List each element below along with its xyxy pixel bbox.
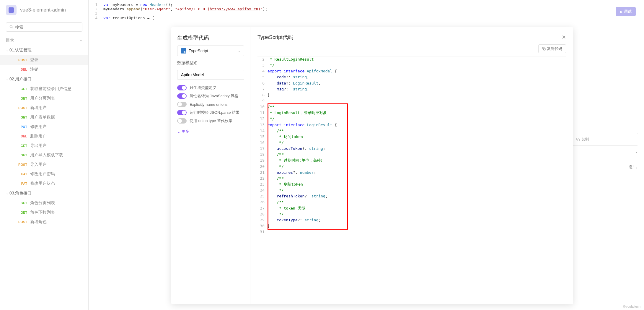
- api-label: 导出用户: [30, 143, 47, 148]
- right-partial-content: 复制 ， 息"，: [570, 133, 644, 171]
- brand: vue3-element-admin: [0, 0, 88, 20]
- copy-code-button[interactable]: 复制代码: [538, 44, 566, 53]
- toggle-switch[interactable]: [177, 85, 187, 90]
- toggle-label: 运行时校验 JSON.parse 结果: [190, 110, 239, 115]
- brand-title: vue3-element-admin: [20, 7, 66, 13]
- tree-item[interactable]: PAT修改用户状态: [0, 179, 88, 188]
- api-label: 新增用户: [30, 105, 47, 111]
- tree-item[interactable]: GET导出用户: [0, 141, 88, 150]
- main-area: 1var myHeaders = new Headers();2myHeader…: [89, 0, 644, 310]
- http-method: DEL: [17, 134, 27, 138]
- http-method: PAT: [17, 182, 27, 185]
- model-name-input[interactable]: [177, 70, 244, 80]
- api-tree: ⌄ 01.认证管理POST登录DEL注销⌄ 02.用户接口GET获取当前登录用户…: [0, 45, 88, 233]
- tree-item[interactable]: POST新增用户: [0, 103, 88, 113]
- toggle-label: Explicitly name unions: [190, 102, 228, 107]
- background-code: 1var myHeaders = new Headers();2myHeader…: [89, 0, 644, 22]
- toggle-row: 运行时校验 JSON.parse 结果: [177, 110, 244, 115]
- tree-item[interactable]: GET用户表单数据: [0, 113, 88, 122]
- api-label: 角色下拉列表: [30, 210, 55, 215]
- close-icon[interactable]: ✕: [562, 34, 566, 40]
- modal-right-title: TypeScript代码: [257, 34, 293, 41]
- http-method: GET: [17, 116, 27, 119]
- tree-folder[interactable]: ⌄ 03.角色接口: [0, 188, 88, 198]
- http-method: POST: [17, 106, 27, 110]
- modal-right-panel: TypeScript代码 ✕ 复制代码 2 * ResultLoginResul…: [250, 27, 573, 304]
- api-label: 新增角色: [30, 219, 47, 225]
- typescript-icon: TS: [181, 48, 186, 53]
- http-method: POST: [17, 220, 27, 224]
- api-label: 角色分页列表: [30, 200, 55, 206]
- tree-folder[interactable]: ⌄ 01.认证管理: [0, 45, 88, 55]
- toggle-switch[interactable]: [177, 102, 187, 107]
- api-label: 用户分页列表: [30, 96, 55, 101]
- search-input[interactable]: [6, 22, 82, 32]
- debug-button[interactable]: ▶ 调试: [616, 7, 636, 16]
- http-method: POST: [17, 163, 27, 166]
- tree-item[interactable]: POST登录: [0, 55, 88, 65]
- options-toggles: 只生成类型定义属性名转为 JavaScripty 风格Explicitly na…: [177, 85, 244, 124]
- toggle-switch[interactable]: [177, 110, 187, 115]
- api-label: 修改用户密码: [30, 171, 55, 177]
- tree-item[interactable]: DEL注销: [0, 65, 88, 74]
- http-method: GET: [17, 211, 27, 214]
- chevron-down-icon: ⌄: [6, 192, 8, 195]
- http-method: GET: [17, 201, 27, 205]
- more-link[interactable]: ⌄ 更多: [177, 129, 244, 134]
- tree-item[interactable]: DEL删除用户: [0, 132, 88, 141]
- modal-left-panel: 生成模型代码 TS TypeScript ⌄ 数据模型名 只生成类型定义属性名转…: [171, 27, 250, 304]
- tree-item[interactable]: GET用户分页列表: [0, 94, 88, 103]
- tree-item[interactable]: GET角色下拉列表: [0, 208, 88, 217]
- toggle-row: 使用 union type 替代枚举: [177, 118, 244, 124]
- tree-item[interactable]: POST导入用户: [0, 160, 88, 169]
- tree-item[interactable]: PAT修改用户密码: [0, 169, 88, 179]
- sidebar: vue3-element-admin 目录 « ⌄ 01.认证管理POST登录D…: [0, 0, 89, 310]
- api-label: 获取当前登录用户信息: [30, 86, 71, 92]
- api-label: 注销: [30, 67, 38, 72]
- http-method: GET: [17, 87, 27, 91]
- toggle-switch[interactable]: [177, 118, 187, 124]
- watermark: @youlaitech: [622, 305, 640, 308]
- tree-item[interactable]: GET获取当前登录用户信息: [0, 84, 88, 94]
- svg-point-0: [10, 25, 12, 27]
- tree-item[interactable]: GET角色分页列表: [0, 198, 88, 208]
- toggle-label: 使用 union type 替代枚举: [190, 118, 232, 124]
- copy-button-partial[interactable]: 复制: [570, 133, 638, 146]
- http-method: PUT: [17, 125, 27, 129]
- chevron-down-icon: ⌄: [177, 129, 180, 134]
- api-label: 删除用户: [30, 134, 47, 139]
- language-label: TypeScript: [189, 48, 208, 53]
- http-method: POST: [17, 58, 27, 62]
- tree-item[interactable]: GET用户导入模板下载: [0, 150, 88, 160]
- toggle-row: 属性名转为 JavaScripty 风格: [177, 93, 244, 99]
- tree-item[interactable]: PUT修改用户: [0, 122, 88, 132]
- generated-code[interactable]: 2 * ResultLoginResult3 */4export interfa…: [250, 56, 573, 304]
- api-label: 用户表单数据: [30, 115, 55, 120]
- search-field[interactable]: [15, 25, 79, 30]
- http-method: GET: [17, 97, 27, 100]
- brand-icon: [6, 5, 17, 15]
- debug-label: 调试: [624, 9, 632, 14]
- tree-item[interactable]: POST新增角色: [0, 217, 88, 227]
- toggle-row: 只生成类型定义: [177, 85, 244, 90]
- svg-line-1: [12, 27, 13, 28]
- tree-folder[interactable]: ⌄ 02.用户接口: [0, 74, 88, 84]
- language-select[interactable]: TS TypeScript ⌄: [177, 46, 244, 56]
- api-label: 修改用户: [30, 124, 47, 129]
- catalog-header: 目录 «: [0, 35, 88, 45]
- catalog-collapse-icon[interactable]: «: [80, 38, 82, 43]
- generate-code-modal: 生成模型代码 TS TypeScript ⌄ 数据模型名 只生成类型定义属性名转…: [171, 27, 573, 304]
- chevron-down-icon: ⌄: [6, 49, 8, 52]
- http-method: GET: [17, 144, 27, 147]
- model-name-label: 数据模型名: [177, 60, 244, 66]
- api-label: 导入用户: [30, 162, 47, 167]
- play-icon: ▶: [620, 9, 623, 14]
- modal-left-title: 生成模型代码: [177, 34, 244, 41]
- api-label: 修改用户状态: [30, 181, 55, 186]
- http-method: DEL: [17, 68, 27, 71]
- toggle-label: 只生成类型定义: [190, 85, 216, 90]
- search-icon: [9, 25, 13, 30]
- http-method: GET: [17, 153, 27, 157]
- toggle-switch[interactable]: [177, 93, 187, 99]
- api-label: 登录: [30, 57, 38, 63]
